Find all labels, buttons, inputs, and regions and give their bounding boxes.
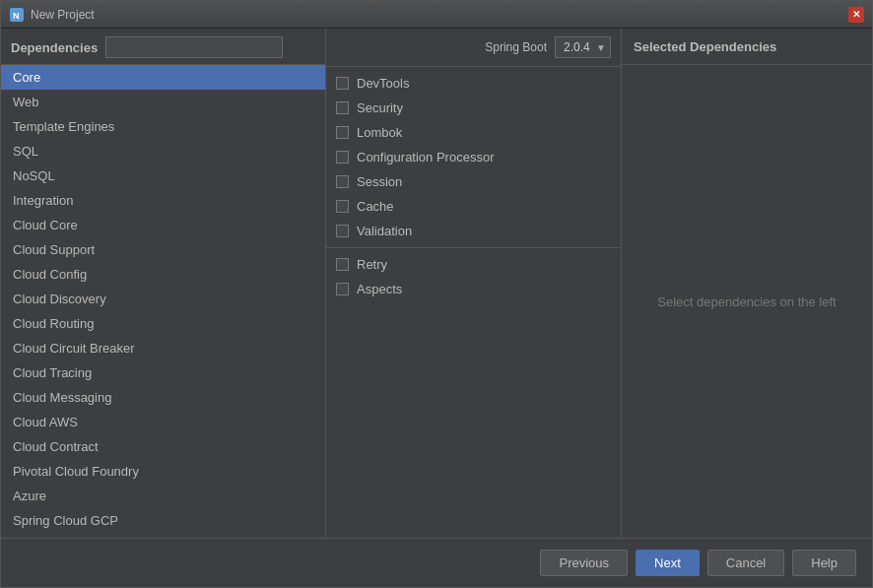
dependencies-label: Dependencies xyxy=(11,40,98,55)
dep-item-security[interactable]: Security xyxy=(326,96,621,120)
dep-label-retry: Retry xyxy=(357,257,387,272)
category-item-web[interactable]: Web xyxy=(1,90,325,114)
dep-checkbox-configuration-processor[interactable] xyxy=(336,151,349,163)
right-panel-content: Select dependencies on the left xyxy=(622,65,872,538)
dep-label-lombok: Lombok xyxy=(357,125,402,140)
category-item-integration[interactable]: Integration xyxy=(1,188,325,213)
dep-item-cache[interactable]: Cache xyxy=(326,194,621,219)
spring-boot-label: Spring Boot xyxy=(485,40,547,54)
dep-checkbox-cache[interactable] xyxy=(336,200,349,213)
dep-checkbox-devtools[interactable] xyxy=(336,77,349,90)
category-item-cloud-circuit-breaker[interactable]: Cloud Circuit Breaker xyxy=(1,336,325,360)
dep-item-devtools[interactable]: DevTools xyxy=(326,71,621,96)
category-item-core[interactable]: Core xyxy=(1,65,325,90)
category-item-cloud-routing[interactable]: Cloud Routing xyxy=(1,311,325,336)
middle-panel: Spring Boot 2.0.42.1.01.5.x ▼ DevToolsSe… xyxy=(326,29,622,538)
title-bar-title: New Project xyxy=(31,8,848,22)
category-item-cloud-discovery[interactable]: Cloud Discovery xyxy=(1,287,325,311)
category-item-cloud-contract[interactable]: Cloud Contract xyxy=(1,434,325,459)
dep-item-aspects[interactable]: Aspects xyxy=(326,277,621,301)
dep-item-lombok[interactable]: Lombok xyxy=(326,120,621,145)
select-hint: Select dependencies on the left xyxy=(657,294,836,309)
category-item-cloud-config[interactable]: Cloud Config xyxy=(1,262,325,287)
dep-label-devtools: DevTools xyxy=(357,76,409,91)
selected-deps-title: Selected Dependencies xyxy=(634,39,776,54)
dep-checkbox-retry[interactable] xyxy=(336,258,349,271)
dep-label-security: Security xyxy=(357,100,403,115)
category-item-cloud-support[interactable]: Cloud Support xyxy=(1,237,325,262)
category-item-pivotal-cloud-foundry[interactable]: Pivotal Cloud Foundry xyxy=(1,459,325,484)
dep-item-retry[interactable]: Retry xyxy=(326,252,621,277)
dep-item-configuration-processor[interactable]: Configuration Processor xyxy=(326,145,621,169)
title-bar-icon: N xyxy=(9,7,25,23)
dep-checkbox-session[interactable] xyxy=(336,175,349,188)
right-panel: Selected Dependencies Select dependencie… xyxy=(622,29,872,538)
divider xyxy=(326,247,621,248)
right-panel-header: Selected Dependencies xyxy=(622,29,872,65)
new-project-dialog: N New Project ✕ Dependencies 🔍 CoreWebTe… xyxy=(0,0,873,588)
category-item-spring-cloud-gcp[interactable]: Spring Cloud GCP xyxy=(1,508,325,533)
left-panel: Dependencies 🔍 CoreWebTemplate EnginesSQ… xyxy=(1,29,326,538)
category-item-sql[interactable]: SQL xyxy=(1,139,325,163)
dep-checkbox-aspects[interactable] xyxy=(336,283,349,295)
dependencies-header: Dependencies 🔍 xyxy=(1,29,325,65)
spring-boot-select[interactable]: 2.0.42.1.01.5.x xyxy=(555,36,611,58)
category-item-template-engines[interactable]: Template Engines xyxy=(1,114,325,139)
spring-boot-select-wrapper: 2.0.42.1.01.5.x ▼ xyxy=(555,36,611,58)
category-item-cloud-messaging[interactable]: Cloud Messaging xyxy=(1,385,325,410)
dep-item-validation[interactable]: Validation xyxy=(326,219,621,243)
category-list: CoreWebTemplate EnginesSQLNoSQLIntegrati… xyxy=(1,65,325,538)
spring-boot-bar: Spring Boot 2.0.42.1.01.5.x ▼ xyxy=(326,29,621,67)
category-item-nosql[interactable]: NoSQL xyxy=(1,163,325,188)
dep-checkbox-security[interactable] xyxy=(336,101,349,114)
dep-label-aspects: Aspects xyxy=(357,282,402,296)
search-input[interactable] xyxy=(105,36,283,58)
footer: Previous Next Cancel Help xyxy=(1,538,872,587)
dep-label-validation: Validation xyxy=(357,224,412,238)
category-item-cloud-aws[interactable]: Cloud AWS xyxy=(1,410,325,434)
category-item-azure[interactable]: Azure xyxy=(1,484,325,508)
svg-text:N: N xyxy=(13,11,20,21)
title-bar: N New Project ✕ xyxy=(1,1,872,29)
cancel-button[interactable]: Cancel xyxy=(707,550,784,576)
category-item-cloud-tracing[interactable]: Cloud Tracing xyxy=(1,360,325,385)
main-content: Dependencies 🔍 CoreWebTemplate EnginesSQ… xyxy=(1,29,872,538)
dep-label-configuration-processor: Configuration Processor xyxy=(357,150,494,164)
dependency-list: DevToolsSecurityLombokConfiguration Proc… xyxy=(326,67,621,538)
previous-button[interactable]: Previous xyxy=(540,550,628,576)
search-wrapper: 🔍 xyxy=(105,36,315,58)
dep-label-cache: Cache xyxy=(357,199,394,214)
dep-label-session: Session xyxy=(357,174,402,189)
next-button[interactable]: Next xyxy=(636,550,700,576)
dep-item-session[interactable]: Session xyxy=(326,169,621,194)
help-button[interactable]: Help xyxy=(792,550,856,576)
dep-checkbox-lombok[interactable] xyxy=(336,126,349,139)
dep-checkbox-validation[interactable] xyxy=(336,225,349,237)
category-item-cloud-core[interactable]: Cloud Core xyxy=(1,213,325,237)
close-button[interactable]: ✕ xyxy=(848,7,864,23)
